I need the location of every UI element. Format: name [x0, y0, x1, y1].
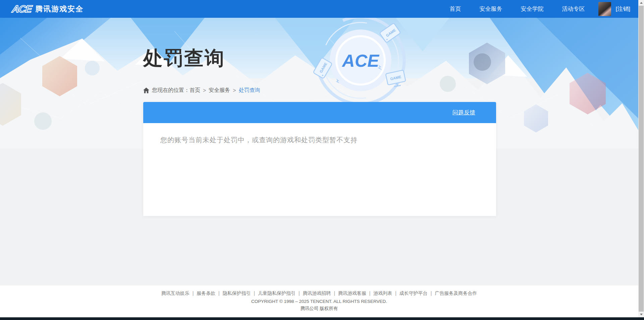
footer-link-separator: | — [333, 290, 336, 296]
footer-link[interactable]: 腾讯游戏客服 — [338, 290, 366, 296]
breadcrumb-home[interactable]: 首页 — [190, 87, 200, 94]
breadcrumb-separator: > — [233, 88, 236, 94]
breadcrumb-current[interactable]: 处罚查询 — [239, 87, 260, 94]
page: ACE 腾讯游戏安全 首页 安全服务 安全学院 活动专区 [注销] — [0, 0, 644, 320]
scrollbar-down-arrow[interactable] — [638, 312, 644, 317]
scrollbar[interactable] — [638, 0, 644, 317]
footer-link[interactable]: 成长守护平台 — [399, 290, 428, 296]
page-title: 处罚查询 — [143, 45, 225, 71]
footer-link[interactable]: 隐私保护指引 — [223, 290, 251, 296]
breadcrumb-separator: > — [203, 88, 206, 94]
footer-link[interactable]: 儿童隐私保护指引 — [258, 290, 296, 296]
footer-link-separator: | — [191, 290, 195, 296]
scrollbar-thumb[interactable] — [639, 6, 644, 312]
feedback-link[interactable]: 问题反馈 — [452, 109, 475, 116]
card-body: 您的账号当前未处于处罚中，或查询的游戏和处罚类型暂不支持 — [143, 123, 496, 216]
footer-link[interactable]: 腾讯互动娱乐 — [161, 290, 190, 296]
footer-link-separator: | — [368, 290, 372, 296]
footer: 腾讯互动娱乐 | 服务条款 | 隐私保护指引 | 儿童隐私保护指引 | 腾讯游戏… — [0, 285, 638, 317]
footer-link-separator: | — [429, 290, 433, 296]
brand-logo[interactable]: ACE 腾讯游戏安全 — [12, 4, 84, 14]
query-result-card: 问题反馈 您的账号当前未处于处罚中，或查询的游戏和处罚类型暂不支持 — [143, 102, 496, 216]
footer-link[interactable]: 腾讯游戏招聘 — [303, 290, 331, 296]
nav-menu: 首页 安全服务 安全学院 活动专区 [注销] — [431, 0, 630, 18]
nav-item-activity-zone[interactable]: 活动专区 — [562, 5, 585, 13]
footer-link[interactable]: 广告服务及商务合作 — [435, 290, 477, 296]
footer-link-separator: | — [394, 290, 397, 296]
nav-item-security-academy[interactable]: 安全学院 — [521, 5, 544, 13]
footer-links: 腾讯互动娱乐 | 服务条款 | 隐私保护指引 | 儿童隐私保护指引 | 腾讯游戏… — [0, 285, 638, 297]
taskbar-edge — [0, 317, 644, 320]
top-navbar: ACE 腾讯游戏安全 首页 安全服务 安全学院 活动专区 [注销] — [0, 0, 638, 18]
user-avatar[interactable] — [598, 2, 611, 16]
brand-title: 腾讯游戏安全 — [35, 4, 84, 14]
logout-button[interactable]: [注销] — [616, 5, 630, 13]
footer-link-separator: | — [297, 290, 301, 296]
ace-logo-icon: ACE — [11, 4, 32, 14]
breadcrumb-prefix: 您现在的位置： — [152, 87, 190, 94]
main-area: ACE GAME GAME GAME — [0, 18, 638, 285]
card-header: 问题反馈 — [143, 102, 496, 123]
footer-copyright: COPYRIGHT © 1998 – 2025 TENCENT. ALL RIG… — [0, 299, 638, 304]
footer-link-separator: | — [217, 290, 221, 296]
scrollbar-up-arrow[interactable] — [638, 0, 644, 6]
footer-link[interactable]: 游戏列表 — [373, 290, 392, 296]
footer-link-separator: | — [253, 290, 256, 296]
result-message: 您的账号当前未处于处罚中，或查询的游戏和处罚类型暂不支持 — [143, 123, 496, 145]
nav-item-home[interactable]: 首页 — [450, 5, 461, 13]
nav-item-security-services[interactable]: 安全服务 — [480, 5, 502, 13]
ace-emblem-text: ACE — [341, 51, 379, 70]
footer-link[interactable]: 服务条款 — [197, 290, 215, 296]
footer-company: 腾讯公司 版权所有 — [0, 306, 638, 312]
breadcrumb: 您现在的位置： 首页 > 安全服务 > 处罚查询 — [143, 87, 260, 94]
breadcrumb-security-services[interactable]: 安全服务 — [209, 87, 230, 94]
home-icon — [143, 88, 149, 93]
